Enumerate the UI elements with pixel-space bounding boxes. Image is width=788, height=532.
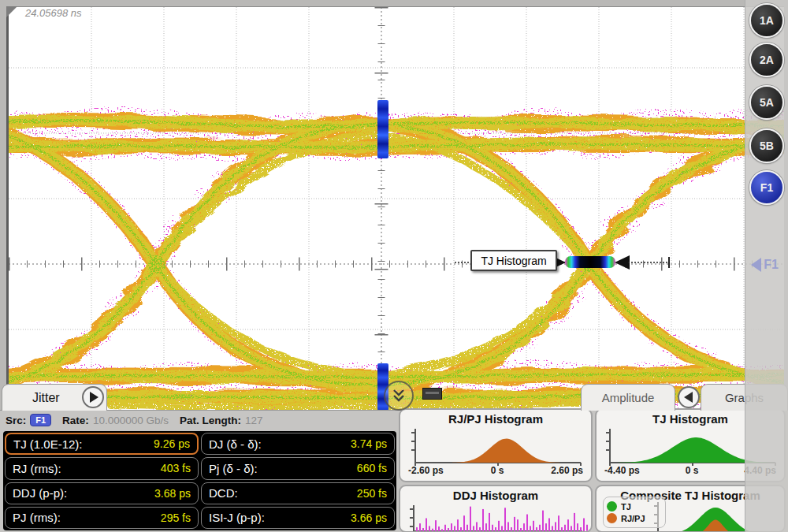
tab-jitter-label: Jitter [32, 391, 60, 405]
measurement-value: 3.68 ps [154, 487, 191, 500]
back-icon [684, 392, 693, 403]
eye-diagram-canvas [9, 7, 784, 411]
measurement-label: TJ (1.0E-12): [13, 437, 83, 451]
play-icon [90, 392, 98, 403]
eye-trace-green [9, 121, 784, 398]
rjpj-histogram-panel[interactable]: RJ/PJ Histogram -2.60 ps 0 s 2.60 ps [399, 408, 593, 482]
measurement-label: ISI-J (p-p): [209, 511, 265, 524]
legend-item-tj: TJ [607, 501, 662, 512]
measurement-label: DCD: [209, 486, 238, 500]
signal-info-row: Src: F1 Rate: 10.000000 Gb/s Pat. Length… [6, 414, 273, 426]
eye-trace-orange [9, 121, 784, 398]
measurement-cell-tj[interactable]: TJ (1.0E-12): 9.26 ps [5, 433, 199, 455]
measurement-label: PJ (rms): [13, 511, 61, 524]
measurement-value: 295 fs [161, 512, 191, 524]
eye-diagram-plot [6, 6, 784, 411]
pattern-length-value: 127 [245, 415, 263, 426]
amplitude-histogram-bars [377, 100, 388, 411]
measurement-cell-pj-rms[interactable]: PJ (rms): 295 fs [5, 507, 199, 529]
measurement-value: 660 fs [357, 462, 387, 474]
src-label: Src: [6, 415, 26, 426]
tj-legend-dot [607, 501, 617, 512]
measurement-cell-rj[interactable]: RJ (rms): 403 fs [5, 457, 199, 479]
measurement-value: 250 fs [357, 487, 387, 500]
f1-marker-label: F1 [764, 258, 779, 272]
graphs-collapse-button[interactable] [678, 386, 700, 408]
tick-label: -2.60 ps [408, 465, 444, 476]
composite-legend: TJ RJ/PJ [603, 497, 666, 528]
plot-corner-marker [6, 6, 17, 17]
ddj-histogram-title: DDJ Histogram [400, 489, 591, 502]
channel-button-5a[interactable]: 5A [749, 85, 784, 120]
drag-handle[interactable] [422, 388, 442, 400]
legend-label: RJ/PJ [621, 514, 645, 523]
double-chevron-down-icon [391, 389, 407, 403]
measurement-label: RJ (rms): [13, 462, 61, 475]
rate-label: Rate: [62, 415, 89, 426]
measurement-value: 403 fs [161, 462, 191, 474]
eye-trace-magenta [9, 121, 784, 398]
measurement-cell-dj[interactable]: DJ (δ - δ): 3.74 ps [201, 433, 395, 455]
rjpj-histogram-title: RJ/PJ Histogram [400, 412, 591, 426]
pattern-length-label: Pat. Length: [180, 415, 241, 426]
measurement-label: DJ (δ - δ): [209, 437, 262, 451]
channel-button-5b[interactable]: 5B [749, 128, 784, 163]
tick-label: -4.40 ps [604, 465, 640, 476]
legend-label: TJ [621, 502, 631, 512]
measurement-cell-ddj[interactable]: DDJ (p-p): 3.68 ps [5, 482, 199, 504]
tick-label: 0 s [491, 465, 504, 476]
histogram-panels-grid: RJ/PJ Histogram -2.60 ps 0 s 2.60 ps TJ … [399, 408, 786, 532]
ddj-histogram-chart [403, 502, 589, 532]
ddj-histogram-panel[interactable]: DDJ Histogram [399, 485, 593, 532]
left-triangle-icon [751, 258, 761, 272]
src-value-badge[interactable]: F1 [30, 414, 51, 426]
drag-handle-line [426, 392, 439, 394]
measurement-value: 3.66 ps [351, 512, 387, 524]
measurement-value: 3.74 ps [351, 437, 387, 450]
rjpj-legend-dot [607, 513, 617, 523]
tab-amplitude[interactable]: Amplitude [581, 384, 675, 411]
measurement-label: DDJ (p-p): [13, 486, 67, 500]
rjpj-axis-labels: -2.60 ps 0 s 2.60 ps [400, 465, 591, 476]
rjpj-histogram-chart [404, 426, 587, 467]
tick-label: 0 s [686, 465, 699, 476]
rate-value: 10.000000 Gb/s [93, 415, 169, 426]
measurement-label: Pj (δ - δ): [209, 462, 258, 475]
jitter-measurement-table: TJ (1.0E-12): 9.26 ps DJ (δ - δ): 3.74 p… [3, 431, 396, 530]
timebase-readout: 24.05698 ns [25, 7, 82, 19]
jitter-results-panel: Src: F1 Rate: 10.000000 Gb/s Pat. Length… [0, 410, 788, 532]
measurement-cell-isij[interactable]: ISI-J (p-p): 3.66 ps [201, 507, 395, 529]
tab-amplitude-label: Amplitude [602, 391, 655, 404]
measurement-value: 9.26 ps [154, 437, 190, 450]
tj-histogram-callout[interactable]: TJ Histogram [470, 250, 557, 271]
measurement-cell-pj-dd[interactable]: Pj (δ - δ): 660 fs [201, 457, 395, 479]
measurement-cell-dcd[interactable]: DCD: 250 fs [201, 482, 395, 504]
tick-label: 2.60 ps [551, 465, 583, 476]
channel-button-f1[interactable]: F1 [749, 170, 784, 205]
f1-trace-marker[interactable]: F1 [751, 258, 779, 272]
channel-button-1a[interactable]: 1A [749, 3, 784, 38]
collapse-panel-button[interactable] [384, 381, 414, 411]
jitter-expand-button[interactable] [82, 386, 104, 408]
channel-button-2a[interactable]: 2A [749, 43, 784, 77]
legend-item-rjpj: RJ/PJ [607, 513, 662, 523]
